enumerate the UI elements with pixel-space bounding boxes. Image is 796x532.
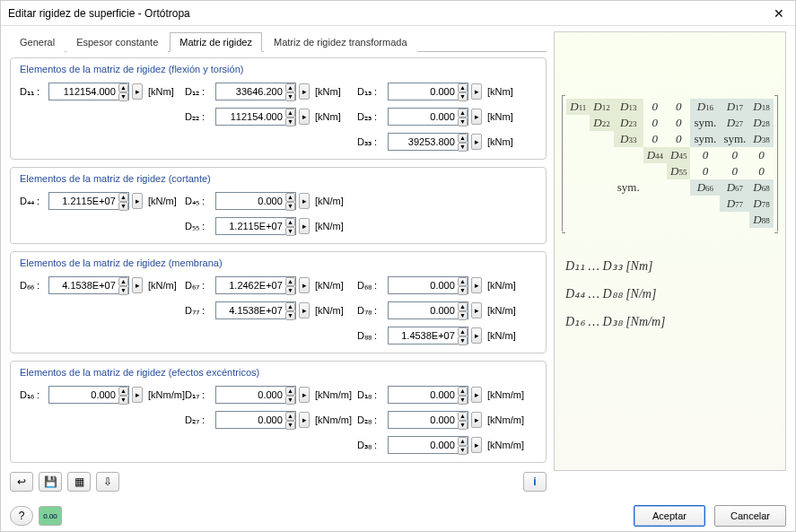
- label-d38: D₃₈ :: [357, 440, 386, 451]
- tab-matriz[interactable]: Matriz de rigidez: [170, 32, 262, 52]
- input-d45[interactable]: [216, 196, 284, 206]
- label-d33: D₃₃ :: [357, 136, 386, 148]
- import-icon[interactable]: ⇩: [96, 472, 119, 492]
- input-d23[interactable]: [389, 111, 457, 122]
- save-icon[interactable]: 💾: [39, 472, 62, 492]
- tab-espesor[interactable]: Espesor constante: [66, 32, 168, 52]
- input-d22[interactable]: [216, 111, 284, 122]
- panel-membrana: Elementos de la matriz de rigidez (membr…: [10, 251, 547, 353]
- matrix-preview: D11D12D1300D16D17D18 D22D2300sym.D27D28 …: [554, 31, 786, 471]
- input-d55[interactable]: [216, 221, 284, 231]
- label-d68: D₆₈ :: [357, 280, 386, 292]
- input-d38[interactable]: [389, 440, 457, 450]
- export-excel-icon[interactable]: ▦: [67, 472, 91, 492]
- input-d16[interactable]: [49, 389, 118, 400]
- input-d68[interactable]: [389, 280, 457, 291]
- picker-btn[interactable]: ▸: [132, 83, 143, 100]
- input-d88[interactable]: [389, 330, 457, 341]
- tab-general[interactable]: General: [10, 32, 65, 52]
- panel-excentricos: Elementos de la matriz de rigidez (efect…: [10, 361, 547, 463]
- label-d17: D₁₇ :: [185, 389, 214, 401]
- input-d33[interactable]: [389, 136, 457, 147]
- input-d17[interactable]: [216, 389, 284, 400]
- label-d23: D₂₃ :: [357, 111, 386, 123]
- tab-bar: General Espesor constante Matriz de rigi…: [10, 31, 547, 52]
- input-d77[interactable]: [216, 305, 284, 316]
- panel-cortante: Elementos de la matriz de rigidez (corta…: [10, 167, 547, 244]
- input-d78[interactable]: [389, 305, 457, 316]
- label-d66: D₆₆ :: [20, 280, 47, 292]
- ok-button[interactable]: Aceptar: [634, 505, 705, 527]
- input-d12[interactable]: [216, 86, 284, 97]
- label-d55: D₅₅ :: [185, 221, 214, 232]
- help-icon[interactable]: ?: [10, 506, 33, 526]
- label-d27: D₂₇ :: [185, 414, 214, 426]
- units-icon[interactable]: 0.00: [39, 506, 62, 526]
- input-d66[interactable]: [49, 280, 118, 291]
- input-d27[interactable]: [216, 414, 284, 425]
- panel-flexion: Elementos de la matriz de rigidez (flexi…: [10, 57, 547, 160]
- legend-eccentric: D₁₆ … D₃₈ [Nm/m]: [565, 309, 774, 336]
- label-d22: D₂₂ :: [185, 111, 214, 123]
- panel-flexion-title: Elementos de la matriz de rigidez (flexi…: [20, 64, 538, 80]
- input-d67[interactable]: [216, 280, 284, 291]
- input-d28[interactable]: [389, 414, 457, 425]
- input-d13[interactable]: [389, 86, 457, 97]
- unit: [kNm]: [145, 86, 183, 97]
- legend-shear-membrane: D₄₄ … D₈₈ [N/m]: [565, 281, 774, 309]
- legend-bending: D₁₁ … D₃₃ [Nm]: [565, 253, 774, 281]
- label-d77: D₇₇ :: [185, 305, 214, 317]
- label-d28: D₂₈ :: [357, 414, 386, 426]
- label-d13: D₁₃ :: [357, 86, 386, 98]
- info-icon[interactable]: i: [523, 472, 547, 492]
- label-d78: D₇₈ :: [357, 305, 386, 317]
- label-d45: D₄₅ :: [185, 196, 214, 207]
- tab-matriz-trans[interactable]: Matriz de rigidez transformada: [264, 32, 417, 52]
- input-d18[interactable]: [389, 389, 457, 400]
- input-d44[interactable]: [49, 196, 118, 206]
- label-d44: D₄₄ :: [20, 196, 47, 207]
- cancel-button[interactable]: Cancelar: [714, 505, 786, 527]
- spin-down[interactable]: ▼: [118, 92, 128, 101]
- label-d18: D₁₈ :: [357, 389, 386, 401]
- window-title: Editar rigidez de superficie - Ortótropa: [8, 7, 190, 20]
- label-d11: D₁₁ :: [20, 86, 47, 98]
- spin-up[interactable]: ▲: [118, 83, 128, 92]
- label-d16: D₁₆ :: [20, 389, 47, 401]
- input-d11[interactable]: [49, 86, 118, 97]
- close-icon[interactable]: ✕: [770, 6, 788, 21]
- label-d67: D₆₇ :: [185, 280, 214, 292]
- label-d12: D₁₂ :: [185, 86, 214, 98]
- undo-icon[interactable]: ↩: [10, 472, 33, 492]
- label-d88: D₈₈ :: [357, 330, 386, 342]
